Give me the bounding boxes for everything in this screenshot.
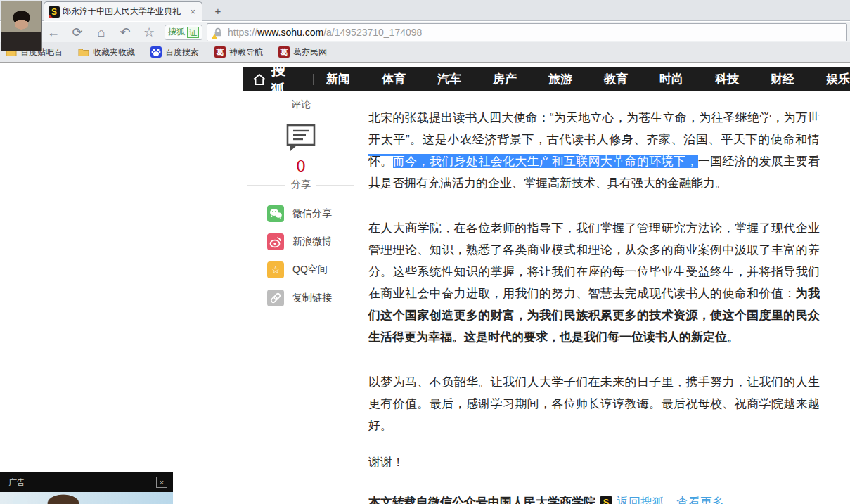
baidu-icon [150,46,162,58]
nav-item-travel[interactable]: 旅游 [548,71,572,87]
bookmark-item[interactable]: 葛 葛亦民网 [278,46,327,58]
toolbar-icons: ← ⟳ ⌂ ↶ ☆ [45,24,157,41]
tab-title: 郎永淳于中国人民大学毕业典礼 [63,6,185,18]
url-text: https://www.sohu.com/a/149523710_174098 [228,27,422,38]
comments-count[interactable]: 0 [247,157,354,175]
tab-close-icon[interactable]: × [188,6,198,17]
selection-underline [368,154,579,156]
sohu-favicon: S [49,6,60,18]
browser-window: S 郎永淳于中国人民大学毕业典礼 × + ← ⟳ ⌂ ↶ ☆ 搜狐 证 http… [0,0,850,504]
sohu-nav-bar: 搜狐 新闻 体育 汽车 房产 旅游 教育 时尚 科技 财经 娱乐 [243,67,850,91]
share-weibo[interactable]: 新浪微博 [267,228,354,256]
share-panel: 分享 微信分享 新浪微博 ☆ QQ空间 [247,179,354,312]
comments-panel: 评论 0 [247,98,354,175]
url-path: /a/149523710_174098 [323,27,422,38]
article-footer: 本文转载自微信公众号中国人民大学商学院 S 返回搜狐，查看更多 [368,491,820,504]
site-identity-button[interactable]: 搜狐 证 [165,25,202,40]
article-body: 北宋的张载提出读书人四大使命：“为天地立心，为苍生立命，为往圣继绝学，为万世开太… [368,107,820,504]
share-list: 微信分享 新浪微博 ☆ QQ空间 复制链接 [247,200,354,312]
ad-banner: 广告 × [0,472,173,504]
sohu-logo[interactable]: 搜狐 [252,67,304,91]
bookmark-label: 神教导航 [229,46,263,58]
house-icon [252,73,266,86]
ad-label: 广告 [8,477,25,489]
verified-badge: 证 [187,27,199,38]
new-tab-button[interactable]: + [208,4,228,18]
paragraph: 在人大商学院，在各位老师的指导下，我们掌握了管理研究方法论，掌握了现代企业管理理… [368,217,820,348]
url-scheme: https:// [228,27,257,38]
undo-icon[interactable]: ↶ [117,24,134,41]
bookmark-item[interactable]: 百度搜索 [150,46,199,58]
paragraph: 谢谢！ [368,451,820,473]
bookmarks-bar: 百度贴吧百 收藏夹收藏 百度搜索 葛 神教导航 葛 葛亦民网 [0,42,850,63]
bookmark-item[interactable]: 葛 神教导航 [214,46,263,58]
ad-header: 广告 × [0,472,173,492]
nav-item-house[interactable]: 房产 [493,71,517,87]
nav-menu: 新闻 体育 汽车 房产 旅游 教育 时尚 科技 财经 娱乐 [326,71,850,87]
nav-item-tech[interactable]: 科技 [715,71,739,87]
comments-header: 评论 [247,98,354,111]
navigation-toolbar: ← ⟳ ⌂ ↶ ☆ 搜狐 证 https://www.sohu.com/a/14… [0,22,850,42]
qzone-star-icon: ☆ [267,261,284,278]
sohu-footer-icon: S [600,496,612,504]
link-icon [267,290,284,306]
bookmark-label: 百度搜索 [165,46,199,58]
share-header: 分享 [247,179,354,191]
address-bar[interactable]: https://www.sohu.com/a/149523710_174098 [207,23,847,41]
bookmark-star-icon[interactable]: ☆ [141,24,157,41]
source-text: 本文转载自微信公众号中国人民大学商学院 [368,491,595,504]
nav-item-finance[interactable]: 财经 [771,71,794,87]
nav-item-fashion[interactable]: 时尚 [659,71,683,87]
share-wechat[interactable]: 微信分享 [267,200,354,228]
paragraph: 以梦为马、不负韶华。让我们人大学子们在未来的日子里，携手努力，让我们的人生更有价… [368,371,820,437]
refresh-icon[interactable]: ⟳ [69,24,86,41]
ad-close-icon[interactable]: × [156,477,167,488]
folder-icon [78,46,89,58]
browser-tab[interactable]: S 郎永淳于中国人民大学毕业典礼 × [44,1,202,21]
back-icon[interactable]: ← [45,24,62,41]
avatar [1,1,42,51]
ge-icon: 葛 [214,46,226,58]
share-label: 微信分享 [292,207,332,220]
share-qzone[interactable]: ☆ QQ空间 [267,256,354,284]
share-copy-link[interactable]: 复制链接 [267,284,354,312]
nav-separator [313,74,314,85]
nav-item-auto[interactable]: 汽车 [437,71,461,87]
sohu-logo-text: 搜狐 [271,67,304,91]
tab-bar: S 郎永淳于中国人民大学毕业典礼 × + [0,0,850,21]
identity-site-label: 搜狐 [168,26,185,38]
share-label: 复制链接 [292,292,332,304]
nav-item-education[interactable]: 教育 [604,71,628,87]
bookmark-item[interactable]: 收藏夹收藏 [78,46,135,58]
home-icon[interactable]: ⌂ [93,24,110,41]
bookmark-label: 收藏夹收藏 [93,46,135,58]
selected-text: 而今，我们身处社会化大生产和互联网大革命的环境下， [393,155,698,168]
back-to-sohu-link[interactable]: 返回搜狐，查看更多 [617,491,724,504]
nav-item-entertainment[interactable]: 娱乐 [826,71,850,87]
paragraph: 北宋的张载提出读书人四大使命：“为天地立心，为苍生立命，为往圣继绝学，为万世开太… [368,107,820,194]
weibo-icon [267,233,284,250]
lock-icon[interactable] [213,27,223,37]
paragraph-text: 在人大商学院，在各位老师的指导下，我们掌握了管理研究方法论，掌握了现代企业管理理… [368,221,820,300]
ge-icon: 葛 [278,46,290,58]
warning-triangle-icon [212,34,217,39]
share-label: QQ空间 [292,264,328,276]
wechat-icon [267,205,284,222]
bookmark-label: 葛亦民网 [293,46,327,58]
share-label: 新浪微博 [292,235,332,248]
comment-bubble-icon[interactable] [285,122,317,152]
url-host: www.sohu.com [257,27,323,38]
nav-item-sports[interactable]: 体育 [382,71,406,87]
nav-item-news[interactable]: 新闻 [326,71,350,87]
ad-image[interactable] [0,492,173,504]
